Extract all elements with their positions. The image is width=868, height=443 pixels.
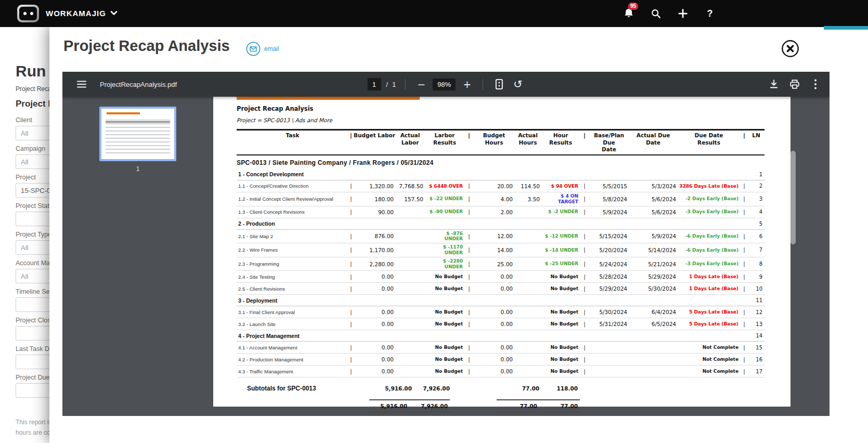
background-teal-strip [824,26,868,30]
cell-ln: 5 [748,220,764,228]
cell-ln: 17 [748,368,764,375]
report-task-row: 4.3 - Traffic Management|0.00No Budget|0… [237,366,765,377]
cell-actual-due-date: 5/21/2024 [629,260,678,268]
cell-task: 3.2 - Launch Site [237,320,348,328]
notifications-button[interactable]: 95 [621,6,636,21]
add-button[interactable] [676,6,690,21]
workamajig-logo-icon[interactable] [17,5,39,22]
cell-actual-due-date: 5/14/2024 [629,246,678,254]
brand-menu[interactable]: WORKAMAJIG [46,9,118,18]
filter-field: Project Close [16,317,49,341]
cell-hour-results: $ -14 UNDER [541,246,580,254]
report-header-row: Task|Budget LaborActual LaborLarbor Resu… [237,131,765,155]
cell-actual-labor [395,211,425,213]
cell-pipe: | [464,273,474,281]
cell-pipe: | [464,356,474,363]
modal-title: Project Recap Analysis [63,37,230,55]
cell-pipe: | [580,320,589,328]
cell-due-date-results: 1 Days Late (Base) [678,285,740,293]
filter-field-input[interactable] [16,212,49,226]
cell-budget-hours: 0.00 [474,343,514,351]
cell-budget-labor: 0.00 [354,343,395,351]
cell-actual-labor [395,311,425,313]
fit-page-button[interactable] [493,77,506,91]
report-section-row: 3 - Deployment11 [237,295,765,306]
cell-ln: 1 [748,171,764,178]
header-pipe: | [464,132,474,153]
report-task-row: 2.3 - Programming|2,280.00$ -2280 UNDER|… [237,257,765,271]
report-task-row: 3.1 - Final Client Approval|0.00No Budge… [237,306,765,318]
cell-budget-hours: 4.00 [474,195,514,203]
header-base-plan-due-date: Base/Plan Due Date [589,132,629,153]
filter-field-input[interactable]: All [16,240,49,255]
report-section-row: 1 - Concept Development1 [237,169,765,180]
cell-labor-results: $ -2280 UNDER [425,257,464,271]
report-title: Project Recap Analysis [237,105,765,112]
pdf-scrollbar-thumb[interactable] [791,151,796,244]
filter-field-input[interactable] [16,383,49,398]
cell-pipe: | [348,344,354,351]
cell-ln: 14 [748,332,764,340]
cell-labor-results: $ -22 UNDER [425,195,464,203]
cell-pipe: | [348,320,354,328]
cell-pipe: | [740,273,748,281]
zoom-level[interactable]: 98% [433,79,456,90]
print-button[interactable] [788,77,801,91]
cell-budget-hours: 0.00 [474,355,514,363]
cell-base-plan-due-date: 5/30/2024 [589,308,629,316]
cell-actual-labor [395,263,425,265]
cell-pipe: | [740,368,748,375]
filter-field-input[interactable]: All [16,269,49,283]
cell-pipe: | [580,356,589,363]
more-options-button[interactable] [809,77,822,91]
cell-pipe: | [464,208,474,216]
header-actual-labor: Actual Labor [395,132,425,153]
download-button[interactable] [767,77,781,91]
cell-labor-results: $ -876 UNDER [425,230,464,243]
cell-budget-hours: 14.00 [474,246,514,254]
cell-pipe: | [580,246,589,254]
toolbar-divider [483,79,483,89]
filter-field-input[interactable]: All [16,154,49,169]
zoom-out-button[interactable]: − [415,80,427,89]
cell-pipe: | [740,246,748,254]
filter-field-label: Project [16,174,49,181]
filter-field-label: Project Statu [16,202,49,210]
page-thumbnail[interactable] [99,107,176,161]
header-pipe: | [740,132,748,153]
close-modal-button[interactable] [781,40,799,58]
cell-ln: 16 [748,356,764,363]
report-accent-bar [237,97,420,100]
email-link[interactable]: email [246,42,279,56]
page-total: 1 [392,81,396,88]
search-button[interactable] [649,6,663,21]
cell-actual-due-date [629,358,678,360]
report-table: Task|Budget LaborActual LaborLarbor Resu… [237,129,765,416]
question-mark-icon: ? [707,8,713,19]
cell-base-plan-due-date: 5/8/2024 [589,195,629,203]
rotate-button[interactable]: ↺ [511,79,525,90]
filter-field-label: Campaign [16,145,49,153]
zoom-in-button[interactable]: + [461,80,473,89]
pdf-menu-button[interactable] [75,77,88,91]
cell-budget-hours: 12.00 [474,232,514,240]
filter-field: Project Due S [16,374,49,398]
filter-field-input[interactable]: All [16,126,49,140]
cell-labor-results: No Budget [425,344,464,351]
filter-field-label: Project Close [16,317,49,324]
cell-ln: 10 [748,285,764,293]
cell-base-plan-due-date: 5/15/2024 [589,232,629,240]
thumbnail-page-number: 1 [136,165,140,173]
cell-labor-results: No Budget [425,368,464,375]
cell-actual-hours [514,263,541,265]
filter-field-input[interactable]: 15-SPC-001 [16,183,49,198]
filter-field-input[interactable] [16,297,49,312]
report-task-row: 2.1 - Site Map 2|876.00$ -876 UNDER|12.0… [237,230,765,244]
filter-field-input[interactable] [16,355,49,369]
run-report-page: Run Project Reca Project I ClientAllCamp… [0,27,49,443]
page-number-input[interactable]: 1 [367,78,381,90]
filter-field-input[interactable] [16,326,49,341]
help-button[interactable]: ? [703,6,717,21]
cell-budget-hours: 0.00 [474,367,514,375]
cell-actual-hours [514,358,541,360]
